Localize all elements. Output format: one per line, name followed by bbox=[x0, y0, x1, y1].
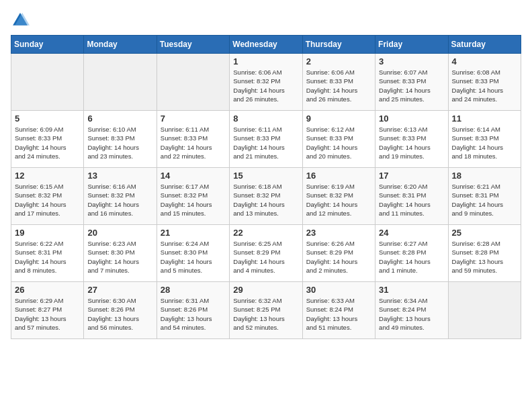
day-info: Sunrise: 6:20 AM Sunset: 8:31 PM Dayligh… bbox=[379, 182, 444, 218]
calendar-table: SundayMondayTuesdayWednesdayThursdayFrid… bbox=[11, 35, 521, 339]
calendar-cell: 1Sunrise: 6:06 AM Sunset: 8:32 PM Daylig… bbox=[230, 54, 302, 111]
calendar-week-2: 5Sunrise: 6:09 AM Sunset: 8:33 PM Daylig… bbox=[11, 111, 521, 168]
day-number: 28 bbox=[161, 285, 226, 295]
day-info: Sunrise: 6:23 AM Sunset: 8:30 PM Dayligh… bbox=[87, 239, 152, 275]
calendar-cell: 16Sunrise: 6:19 AM Sunset: 8:32 PM Dayli… bbox=[302, 168, 375, 225]
day-header-thursday: Thursday bbox=[302, 36, 375, 54]
day-number: 7 bbox=[161, 113, 226, 124]
calendar-cell: 12Sunrise: 6:15 AM Sunset: 8:32 PM Dayli… bbox=[11, 168, 84, 225]
day-info: Sunrise: 6:07 AM Sunset: 8:33 PM Dayligh… bbox=[379, 68, 444, 103]
day-info: Sunrise: 6:22 AM Sunset: 8:31 PM Dayligh… bbox=[15, 239, 80, 275]
day-info: Sunrise: 6:27 AM Sunset: 8:28 PM Dayligh… bbox=[379, 239, 444, 275]
day-number: 29 bbox=[233, 285, 298, 295]
calendar-cell: 8Sunrise: 6:11 AM Sunset: 8:33 PM Daylig… bbox=[230, 111, 302, 168]
calendar-cell bbox=[84, 54, 157, 111]
calendar-cell: 6Sunrise: 6:10 AM Sunset: 8:33 PM Daylig… bbox=[84, 111, 157, 168]
day-header-monday: Monday bbox=[84, 36, 157, 54]
day-info: Sunrise: 6:32 AM Sunset: 8:25 PM Dayligh… bbox=[233, 296, 298, 332]
day-info: Sunrise: 6:30 AM Sunset: 8:26 PM Dayligh… bbox=[87, 296, 152, 332]
calendar-cell: 23Sunrise: 6:26 AM Sunset: 8:29 PM Dayli… bbox=[302, 225, 375, 282]
day-number: 31 bbox=[379, 285, 444, 295]
day-number: 16 bbox=[306, 171, 371, 181]
day-number: 2 bbox=[306, 56, 371, 66]
day-number: 9 bbox=[306, 113, 371, 124]
day-number: 3 bbox=[379, 56, 444, 66]
day-number: 5 bbox=[15, 113, 80, 124]
day-info: Sunrise: 6:17 AM Sunset: 8:32 PM Dayligh… bbox=[161, 182, 226, 218]
calendar-cell: 31Sunrise: 6:34 AM Sunset: 8:24 PM Dayli… bbox=[375, 282, 448, 339]
day-info: Sunrise: 6:15 AM Sunset: 8:32 PM Dayligh… bbox=[15, 182, 80, 218]
day-info: Sunrise: 6:12 AM Sunset: 8:33 PM Dayligh… bbox=[306, 125, 371, 161]
calendar-cell: 7Sunrise: 6:11 AM Sunset: 8:33 PM Daylig… bbox=[157, 111, 229, 168]
day-info: Sunrise: 6:09 AM Sunset: 8:33 PM Dayligh… bbox=[15, 125, 80, 161]
day-number: 10 bbox=[379, 113, 444, 124]
day-info: Sunrise: 6:26 AM Sunset: 8:29 PM Dayligh… bbox=[306, 239, 371, 275]
logo-icon bbox=[11, 11, 30, 30]
calendar-cell: 4Sunrise: 6:08 AM Sunset: 8:33 PM Daylig… bbox=[448, 54, 521, 111]
calendar-cell: 10Sunrise: 6:13 AM Sunset: 8:33 PM Dayli… bbox=[375, 111, 448, 168]
day-number: 4 bbox=[452, 56, 517, 66]
calendar-cell: 5Sunrise: 6:09 AM Sunset: 8:33 PM Daylig… bbox=[11, 111, 84, 168]
day-number: 26 bbox=[15, 285, 80, 295]
day-number: 13 bbox=[87, 171, 152, 181]
calendar-cell: 30Sunrise: 6:33 AM Sunset: 8:24 PM Dayli… bbox=[302, 282, 375, 339]
day-info: Sunrise: 6:24 AM Sunset: 8:30 PM Dayligh… bbox=[161, 239, 226, 275]
day-info: Sunrise: 6:16 AM Sunset: 8:32 PM Dayligh… bbox=[87, 182, 152, 218]
day-number: 24 bbox=[379, 228, 444, 238]
day-info: Sunrise: 6:29 AM Sunset: 8:27 PM Dayligh… bbox=[15, 296, 80, 332]
calendar-cell: 15Sunrise: 6:18 AM Sunset: 8:32 PM Dayli… bbox=[230, 168, 302, 225]
calendar-cell: 17Sunrise: 6:20 AM Sunset: 8:31 PM Dayli… bbox=[375, 168, 448, 225]
day-info: Sunrise: 6:34 AM Sunset: 8:24 PM Dayligh… bbox=[379, 296, 444, 332]
day-number: 20 bbox=[87, 228, 152, 238]
day-header-wednesday: Wednesday bbox=[230, 36, 302, 54]
calendar-header-row: SundayMondayTuesdayWednesdayThursdayFrid… bbox=[11, 36, 521, 54]
day-number: 15 bbox=[233, 171, 298, 181]
day-info: Sunrise: 6:18 AM Sunset: 8:32 PM Dayligh… bbox=[233, 182, 298, 218]
calendar-cell: 29Sunrise: 6:32 AM Sunset: 8:25 PM Dayli… bbox=[230, 282, 302, 339]
day-number: 6 bbox=[87, 113, 152, 124]
page-header bbox=[11, 11, 521, 30]
day-number: 27 bbox=[87, 285, 152, 295]
calendar-week-1: 1Sunrise: 6:06 AM Sunset: 8:32 PM Daylig… bbox=[11, 54, 521, 111]
calendar-cell: 2Sunrise: 6:06 AM Sunset: 8:33 PM Daylig… bbox=[302, 54, 375, 111]
day-info: Sunrise: 6:06 AM Sunset: 8:32 PM Dayligh… bbox=[233, 68, 298, 103]
day-info: Sunrise: 6:21 AM Sunset: 8:31 PM Dayligh… bbox=[452, 182, 517, 218]
day-info: Sunrise: 6:11 AM Sunset: 8:33 PM Dayligh… bbox=[161, 125, 226, 161]
calendar-cell: 11Sunrise: 6:14 AM Sunset: 8:33 PM Dayli… bbox=[448, 111, 521, 168]
day-number: 18 bbox=[452, 171, 517, 181]
calendar-cell: 26Sunrise: 6:29 AM Sunset: 8:27 PM Dayli… bbox=[11, 282, 84, 339]
day-info: Sunrise: 6:33 AM Sunset: 8:24 PM Dayligh… bbox=[306, 296, 371, 332]
day-info: Sunrise: 6:11 AM Sunset: 8:33 PM Dayligh… bbox=[233, 125, 298, 161]
day-number: 8 bbox=[233, 113, 298, 124]
day-info: Sunrise: 6:06 AM Sunset: 8:33 PM Dayligh… bbox=[306, 68, 371, 103]
day-number: 12 bbox=[15, 171, 80, 181]
day-number: 30 bbox=[306, 285, 371, 295]
day-info: Sunrise: 6:28 AM Sunset: 8:28 PM Dayligh… bbox=[452, 239, 517, 275]
day-header-tuesday: Tuesday bbox=[157, 36, 229, 54]
calendar-cell: 25Sunrise: 6:28 AM Sunset: 8:28 PM Dayli… bbox=[448, 225, 521, 282]
calendar-cell bbox=[448, 282, 521, 339]
calendar-week-4: 19Sunrise: 6:22 AM Sunset: 8:31 PM Dayli… bbox=[11, 225, 521, 282]
calendar-cell: 24Sunrise: 6:27 AM Sunset: 8:28 PM Dayli… bbox=[375, 225, 448, 282]
calendar-cell: 19Sunrise: 6:22 AM Sunset: 8:31 PM Dayli… bbox=[11, 225, 84, 282]
calendar-cell: 14Sunrise: 6:17 AM Sunset: 8:32 PM Dayli… bbox=[157, 168, 229, 225]
calendar-cell: 20Sunrise: 6:23 AM Sunset: 8:30 PM Dayli… bbox=[84, 225, 157, 282]
calendar-cell: 18Sunrise: 6:21 AM Sunset: 8:31 PM Dayli… bbox=[448, 168, 521, 225]
calendar-cell bbox=[11, 54, 84, 111]
day-header-sunday: Sunday bbox=[11, 36, 84, 54]
calendar-cell bbox=[157, 54, 229, 111]
calendar-week-5: 26Sunrise: 6:29 AM Sunset: 8:27 PM Dayli… bbox=[11, 282, 521, 339]
day-info: Sunrise: 6:14 AM Sunset: 8:33 PM Dayligh… bbox=[452, 125, 517, 161]
calendar-week-3: 12Sunrise: 6:15 AM Sunset: 8:32 PM Dayli… bbox=[11, 168, 521, 225]
day-header-saturday: Saturday bbox=[448, 36, 521, 54]
logo bbox=[11, 11, 32, 30]
day-info: Sunrise: 6:13 AM Sunset: 8:33 PM Dayligh… bbox=[379, 125, 444, 161]
calendar-cell: 9Sunrise: 6:12 AM Sunset: 8:33 PM Daylig… bbox=[302, 111, 375, 168]
day-number: 14 bbox=[161, 171, 226, 181]
day-number: 25 bbox=[452, 228, 517, 238]
day-number: 19 bbox=[15, 228, 80, 238]
day-info: Sunrise: 6:19 AM Sunset: 8:32 PM Dayligh… bbox=[306, 182, 371, 218]
calendar-cell: 28Sunrise: 6:31 AM Sunset: 8:26 PM Dayli… bbox=[157, 282, 229, 339]
day-info: Sunrise: 6:25 AM Sunset: 8:29 PM Dayligh… bbox=[233, 239, 298, 275]
day-number: 11 bbox=[452, 113, 517, 124]
